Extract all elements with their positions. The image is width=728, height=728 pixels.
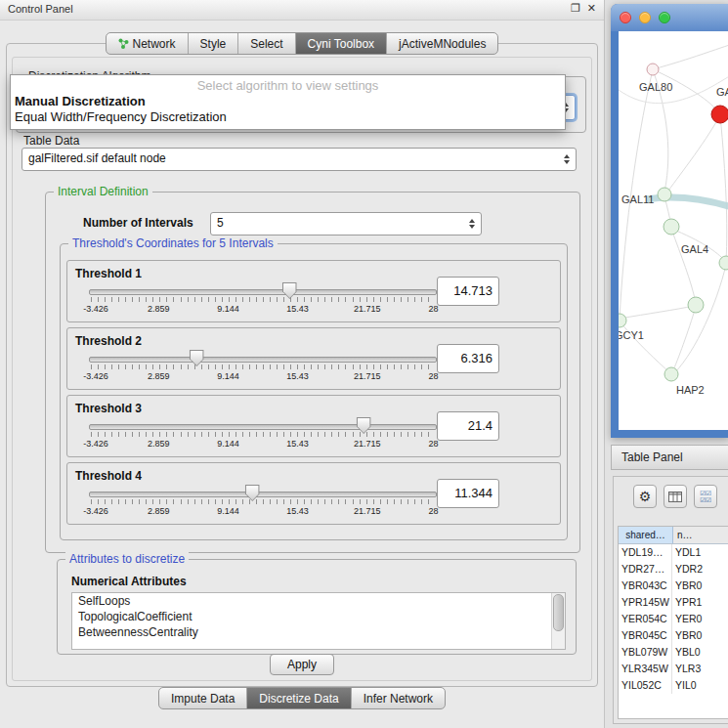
slider-track[interactable] [89,424,437,430]
table-row[interactable]: YBR043C YBR0 [619,578,728,594]
table-data-label: Table Data [23,134,79,148]
slider-scale: -3.4262.8599.14415.4321.71528 [89,304,437,316]
table-row[interactable]: YER054C YER0 [619,611,728,627]
table-row[interactable]: YIL052C YIL0 [619,677,728,694]
network-node[interactable] [688,297,704,313]
tab[interactable]: Network [107,33,188,54]
scale-label: 28 [428,439,438,449]
cell-name[interactable]: YDL1 [672,544,728,561]
network-node-label[interactable]: GAL4 [681,243,708,255]
cell-name[interactable]: YDR2 [672,561,728,578]
cell-name[interactable]: YLR3 [672,661,728,677]
table-row[interactable]: YBL079W YBL0 [619,644,728,661]
tab[interactable]: Select [237,33,294,54]
tab[interactable]: Cyni Toolbox [295,33,386,54]
network-node[interactable] [719,256,728,270]
table-row[interactable]: YBR045C YBR0 [619,627,728,644]
number-of-intervals-combobox[interactable]: 5 [210,212,482,236]
cell-name[interactable]: YER0 [672,611,728,627]
slider-ticks [91,364,435,369]
scale-label: 21.715 [354,304,381,314]
cell-name[interactable]: YIL0 [672,677,728,694]
cell-shared-name[interactable]: YBL079W [619,644,672,661]
table-data-combobox[interactable]: galFiltered.sif default node [21,148,577,171]
scrollbar[interactable] [551,593,565,649]
tab[interactable]: Discretize Data [246,688,350,708]
threshold-2-slider[interactable]: -3.4262.8599.14415.4321.71528 [89,350,437,385]
columns-icon[interactable] [664,485,687,508]
tab[interactable]: Impute Data [159,688,246,708]
table-row[interactable]: YPR145W YPR1 [619,594,728,611]
threshold-3-value-field[interactable]: 21.4 [437,411,499,441]
cell-name[interactable]: YBL0 [672,644,728,661]
cell-shared-name[interactable]: YPR145W [619,594,672,611]
tab[interactable]: Style [188,33,238,54]
threshold-4-value-field[interactable]: 11.344 [437,479,499,508]
dropdown-option[interactable]: Manual Discretization [11,94,565,109]
cell-shared-name[interactable]: YBR043C [619,578,672,594]
network-node[interactable] [658,188,671,201]
network-window-titlebar[interactable] [611,4,728,31]
network-canvas[interactable]: GAL80GAGAL11GAL4GCY1HAP2 [619,31,728,430]
network-tab-icon [118,38,129,49]
cell-shared-name[interactable]: YLR345W [619,661,672,677]
scrollbar-thumb[interactable] [553,594,564,631]
threshold-3-slider[interactable]: -3.4262.8599.14415.4321.71528 [89,417,437,452]
table-data-combobox-value: galFiltered.sif default node [22,149,576,168]
network-node-label[interactable]: HAP2 [676,384,705,396]
threshold-4-panel: Threshold 4 -3.4262.8599.14415.4321.7152… [66,462,561,525]
scale-label: 21.715 [354,371,381,381]
slider-track[interactable] [89,289,437,295]
column-header-shared-name[interactable]: shared… [619,527,673,543]
column-header-name[interactable]: n… [673,527,728,543]
threshold-2-value-field[interactable]: 6.316 [437,344,499,373]
cell-name[interactable]: YPR1 [672,594,728,611]
network-node[interactable] [711,106,728,123]
tab[interactable]: jActiveMNodules [386,33,497,54]
cell-shared-name[interactable]: YER054C [619,611,672,627]
settings-gear-icon[interactable]: ⚙ [633,485,657,508]
network-node-label[interactable]: GA [716,86,728,98]
network-node[interactable] [664,367,678,381]
network-node[interactable] [619,314,626,327]
cell-shared-name[interactable]: YIL052C [619,677,672,694]
minimize-traffic-light-icon[interactable] [639,12,651,23]
cell-name[interactable]: YBR0 [672,578,728,594]
table-panel: ⚙ ☑☑ ☑☑ shared… n… YDL19… YDL1 [613,476,728,724]
network-node[interactable] [664,219,679,235]
network-node-label[interactable]: GCY1 [619,329,644,341]
table-rows: YDL19… YDL1 YDR27… YDR2 YBR043C YBR0 YPR… [619,544,728,694]
list-item[interactable]: SelfLoops [72,593,565,609]
tab-label: Cyni Toolbox [308,37,374,51]
slider-track[interactable] [89,357,437,363]
network-node-label[interactable]: GAL80 [639,81,672,93]
numerical-attributes-list[interactable]: SelfLoopsTopologicalCoefficientBetweenne… [71,592,566,650]
scale-label: 9.144 [217,506,239,516]
threshold-4-slider[interactable]: -3.4262.8599.14415.4321.71528 [89,485,437,520]
close-icon[interactable]: ✕ [587,2,596,15]
network-node[interactable] [647,64,659,75]
list-item[interactable]: BetweennessCentrality [72,624,565,640]
cell-shared-name[interactable]: YDL19… [619,544,672,561]
float-window-icon[interactable]: ❐ [571,2,580,15]
table-row[interactable]: YDR27… YDR2 [619,561,728,578]
close-traffic-light-icon[interactable] [620,12,631,23]
threshold-1-value-field[interactable]: 14.713 [437,277,499,306]
cell-shared-name[interactable]: YBR045C [619,627,672,644]
bottom-tab-bar: Impute Data Discretize Data Infer Networ… [0,687,604,709]
threshold-1-slider[interactable]: -3.4262.8599.14415.4321.71528 [89,282,437,318]
scale-label: 9.144 [217,371,239,381]
tab-label: Discretize Data [259,692,338,706]
select-columns-icon[interactable]: ☑☑ ☑☑ [694,485,717,508]
apply-button[interactable]: Apply [270,654,334,675]
tab[interactable]: Infer Network [351,688,445,708]
cell-shared-name[interactable]: YDR27… [619,561,672,578]
slider-track[interactable] [89,492,437,497]
network-node-label[interactable]: GAL11 [621,193,654,205]
list-item[interactable]: TopologicalCoefficient [72,609,565,624]
table-row[interactable]: YDL19… YDL1 [619,544,728,561]
table-row[interactable]: YLR345W YLR3 [619,661,728,677]
dropdown-option[interactable]: Equal Width/Frequency Discretization [11,109,565,125]
zoom-traffic-light-icon[interactable] [659,12,670,23]
cell-name[interactable]: YBR0 [672,627,728,644]
